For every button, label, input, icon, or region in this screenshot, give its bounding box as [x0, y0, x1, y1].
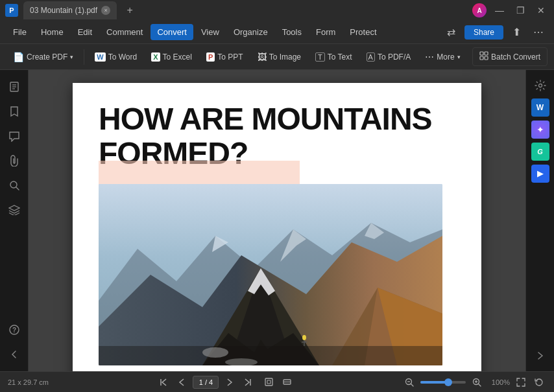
right-sidebar: W ✦ G ▶ [525, 70, 554, 371]
sidebar-help-icon[interactable]: ? [4, 319, 25, 340]
svg-rect-35 [265, 378, 272, 386]
page-current: 1 / 4 [199, 378, 213, 386]
menubar: File Home Edit Comment Convert View Orga… [0, 21, 554, 44]
fit-page-button[interactable] [261, 375, 276, 389]
to-excel-button[interactable]: X To Excel [145, 49, 199, 65]
menubar-right: ⇄ Share ⬆ ⋯ [442, 23, 548, 41]
statusbar-center: 1 / 4 [54, 375, 397, 389]
ppt-icon: P [206, 52, 215, 62]
svg-line-9 [16, 187, 19, 190]
right-collapse-icon[interactable] [531, 347, 549, 365]
page-size-label: 21 x 29.7 cm [8, 378, 49, 386]
to-ppt-label: To PPT [217, 52, 243, 62]
icon-btn-1[interactable]: ⇄ [442, 23, 461, 41]
svg-rect-3 [485, 56, 488, 60]
svg-line-45 [479, 384, 481, 386]
zoom-in-button[interactable] [470, 375, 484, 389]
menu-view[interactable]: View [195, 24, 226, 40]
batch-convert-button[interactable]: Batch Convert [472, 47, 548, 66]
zoom-slider-fill [420, 381, 446, 384]
restore-button[interactable]: ❐ [512, 3, 528, 18]
to-ppt-button[interactable]: P To PPT [200, 49, 250, 65]
more-label: More [437, 52, 454, 62]
to-excel-label: To Excel [163, 52, 192, 62]
share-button[interactable]: Share [464, 25, 503, 40]
menu-comment[interactable]: Comment [100, 24, 149, 40]
to-image-button[interactable]: 🖼 To Image [251, 49, 307, 65]
excel-icon: X [151, 52, 160, 62]
svg-rect-1 [485, 52, 488, 55]
more-arrow: ▾ [457, 54, 461, 60]
zoom-area: 100% [402, 375, 546, 389]
menu-protect[interactable]: Protect [343, 24, 383, 40]
right-word-icon[interactable]: W [531, 98, 549, 117]
zoom-out-button[interactable] [402, 375, 416, 389]
last-page-button[interactable] [241, 375, 255, 389]
sidebar-collapse-icon[interactable] [4, 344, 25, 365]
menu-file[interactable]: File [6, 24, 33, 40]
zoom-slider-thumb [444, 378, 452, 386]
to-pdfa-label: To PDF/A [378, 52, 411, 62]
refresh-button[interactable] [532, 375, 546, 389]
divider-1 [84, 49, 84, 65]
sidebar-comment-icon[interactable] [4, 126, 25, 146]
menu-home[interactable]: Home [34, 24, 70, 40]
to-image-label: To Image [269, 52, 301, 62]
sidebar-search-icon[interactable] [4, 175, 25, 196]
create-pdf-icon: 📄 [13, 52, 24, 62]
svg-line-41 [411, 384, 414, 386]
right-gemini-icon[interactable]: ✦ [531, 121, 549, 139]
svg-point-26 [302, 335, 306, 340]
create-pdf-arrow: ▾ [70, 54, 73, 60]
prev-page-button[interactable] [175, 375, 189, 389]
more-button[interactable]: ⋯ More ▾ [418, 49, 466, 65]
menu-form[interactable]: Form [309, 24, 342, 40]
document-area: HOW ARE MOUNTAINS FORMED? [29, 70, 525, 371]
tab-label: 03 Mountain (1).pdf [30, 6, 97, 15]
to-text-button[interactable]: T To Text [309, 49, 359, 65]
svg-rect-0 [480, 52, 483, 55]
more-icon2: ⋯ [425, 52, 434, 62]
fit-width-button[interactable] [280, 375, 294, 389]
menu-convert[interactable]: Convert [151, 24, 193, 40]
main-content: ? HOW ARE MOUNTAINS FORMED? [0, 70, 554, 371]
right-grammarly-icon[interactable]: G [531, 143, 549, 161]
batch-convert-label: Batch Convert [491, 52, 540, 62]
next-page-button[interactable] [223, 375, 237, 389]
menu-organize[interactable]: Organize [227, 24, 274, 40]
to-text-label: To Text [328, 52, 352, 62]
document-tab[interactable]: 03 Mountain (1).pdf × [23, 1, 117, 19]
more-icon[interactable]: ⋯ [529, 23, 548, 41]
create-pdf-button[interactable]: 📄 Create PDF ▾ [6, 49, 80, 65]
right-settings-icon[interactable] [531, 76, 549, 95]
close-button[interactable]: ✕ [533, 3, 549, 18]
svg-point-32 [538, 84, 542, 87]
sidebar-bookmark-icon[interactable] [4, 101, 25, 122]
svg-rect-36 [267, 380, 271, 384]
sidebar-layers-icon[interactable] [4, 200, 25, 220]
menu-tools[interactable]: Tools [276, 24, 308, 40]
page-indicator: 1 / 4 [193, 376, 219, 389]
avatar: A [472, 3, 487, 17]
toolbar: 📄 Create PDF ▾ W To Word X To Excel P To… [0, 44, 554, 70]
first-page-button[interactable] [156, 375, 171, 389]
fit-screen-button[interactable] [514, 375, 528, 389]
to-word-label: To Word [108, 52, 137, 62]
mountain-svg [99, 184, 442, 365]
to-pdfa-button[interactable]: A To PDF/A [360, 49, 418, 65]
zoom-percent: 100% [488, 378, 510, 386]
new-tab-button[interactable]: + [122, 3, 138, 18]
right-arrow-icon[interactable]: ▶ [531, 165, 549, 183]
text-icon: T [315, 52, 325, 62]
svg-point-8 [10, 181, 17, 188]
menu-edit[interactable]: Edit [71, 24, 99, 40]
sidebar-page-icon[interactable] [4, 76, 25, 97]
upload-icon[interactable]: ⬆ [507, 23, 525, 41]
to-word-button[interactable]: W To Word [88, 49, 143, 65]
document-page: HOW ARE MOUNTAINS FORMED? [73, 83, 481, 371]
statusbar: 21 x 29.7 cm 1 / 4 [0, 371, 554, 392]
sidebar-attachment-icon[interactable] [4, 150, 25, 171]
zoom-slider[interactable] [420, 381, 466, 384]
minimize-button[interactable]: — [492, 3, 507, 18]
close-tab-button[interactable]: × [101, 6, 110, 15]
